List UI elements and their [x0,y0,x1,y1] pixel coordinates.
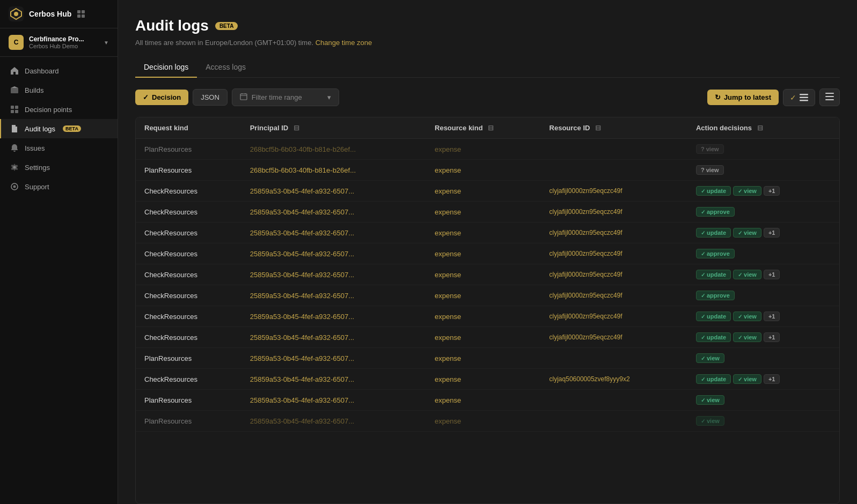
table-row[interactable]: PlanResources25859a53-0b45-4fef-a932-650… [136,390,839,411]
table-row[interactable]: PlanResources25859a53-0b45-4fef-a932-650… [136,411,839,432]
cell-action-decisions: ✓ update✓ view+1 [687,181,839,202]
action-badge: ✓ update [696,270,731,279]
action-badge: ✓ update [696,228,731,238]
sidebar-item-label: Decision points [25,106,72,114]
action-badge: ✓ update [696,186,731,196]
cell-resource-id: clyjafijl0000zn95eqczc49f [541,223,687,243]
svg-rect-9 [15,106,18,109]
decision-button[interactable]: ✓ Decision [135,90,188,105]
cell-request-kind: CheckResources [136,243,241,264]
svg-rect-20 [825,96,834,97]
cell-principal-id: 25859a53-0b45-4fef-a932-6507... [241,306,426,327]
table-row[interactable]: CheckResources25859a53-0b45-4fef-a932-65… [136,223,839,243]
cell-resource-id: clyjafijl0000zn95eqczc49f [541,306,687,327]
cell-resource-kind: expense [426,348,541,369]
page-title: Audit logs [135,17,209,34]
action-badge: ✓ view [696,416,724,426]
table-header-row: Request kind Principal ID ⊟ Resource kin… [136,117,839,139]
cell-request-kind: CheckResources [136,369,241,390]
cell-resource-id: clyjafijl0000zn95eqczc49f [541,285,687,306]
org-name: Cerbfinance Pro... [29,35,93,43]
view-toggle-button[interactable]: ✓ [783,89,815,106]
org-switcher[interactable]: C Cerbfinance Pro... Cerbos Hub Demo ▼ [0,28,118,57]
check-icon: ✓ [790,93,796,102]
sidebar-item-support[interactable]: Support [0,177,118,196]
table-row[interactable]: PlanResources25859a53-0b45-4fef-a932-650… [136,348,839,369]
action-badge: ✓ view [733,312,761,321]
bell-icon [10,143,19,153]
cell-principal-id: 25859a53-0b45-4fef-a932-6507... [241,202,426,223]
calendar-icon [240,93,247,102]
cell-resource-id: clyjafijl0000zn95eqczc49f [541,264,687,285]
sidebar-item-issues[interactable]: Issues [0,138,118,158]
svg-rect-10 [11,110,14,113]
table-row[interactable]: CheckResources25859a53-0b45-4fef-a932-65… [136,181,839,202]
sidebar-item-decision-points[interactable]: Decision points [0,100,118,119]
cell-action-decisions: ✓ view [687,348,839,369]
time-filter[interactable]: Filter time range ▾ [232,88,339,106]
col-resource-kind: Resource kind ⊟ [426,117,541,139]
cell-action-decisions: ✓ update✓ view+1 [687,264,839,285]
action-badge: +1 [764,332,780,342]
cell-action-decisions: ✓ update✓ view+1 [687,306,839,327]
cell-resource-id [541,348,687,369]
cell-resource-id: clyjafijl0000zn95eqczc49f [541,327,687,348]
table-row[interactable]: CheckResources25859a53-0b45-4fef-a932-65… [136,202,839,223]
action-badge: ✓ view [733,332,761,342]
cell-request-kind: PlanResources [136,348,241,369]
filter-icon[interactable]: ⊟ [757,124,763,132]
home-icon [10,66,19,76]
sidebar-item-dashboard[interactable]: Dashboard [0,61,118,80]
table-row[interactable]: CheckResources25859a53-0b45-4fef-a932-65… [136,306,839,327]
table-row[interactable]: CheckResources25859a53-0b45-4fef-a932-65… [136,264,839,285]
svg-rect-11 [15,110,18,113]
action-badge: ✓ view [733,374,761,384]
table-row[interactable]: CheckResources25859a53-0b45-4fef-a932-65… [136,285,839,306]
main-area: Audit logs BETA All times are shown in E… [118,0,857,504]
cell-resource-id [541,139,687,160]
cell-action-decisions: ? view [687,139,839,160]
table-row[interactable]: PlanResources268bcf5b-6b03-40fb-b81e-b26… [136,160,839,181]
filter-icon[interactable]: ⊟ [595,124,601,132]
svg-rect-7 [11,88,18,93]
jump-to-latest-button[interactable]: ↻ Jump to latest [707,90,779,105]
action-badge: ✓ update [696,332,731,342]
cell-resource-kind: expense [426,223,541,243]
cell-request-kind: PlanResources [136,390,241,411]
col-resource-id: Resource ID ⊟ [541,117,687,139]
filter-icon[interactable]: ⊟ [294,124,299,132]
table-row[interactable]: CheckResources25859a53-0b45-4fef-a932-65… [136,369,839,390]
filter-icon[interactable]: ⊟ [488,124,494,132]
page-header: Audit logs BETA [135,17,840,34]
cell-resource-id [541,160,687,181]
action-badge: ✓ update [696,374,731,384]
sidebar-item-audit-logs[interactable]: Audit logs BETA [0,119,118,138]
change-timezone-link[interactable]: Change time zone [316,39,372,47]
sidebar: Cerbos Hub C Cerbfinance Pro... Cerbos H… [0,0,118,504]
table-row[interactable]: CheckResources25859a53-0b45-4fef-a932-65… [136,327,839,348]
table-row[interactable]: PlanResources268bcf5b-6b03-40fb-b81e-b26… [136,139,839,160]
svg-rect-16 [800,94,808,95]
sidebar-item-builds[interactable]: Builds [0,80,118,100]
timezone-notice: All times are shown in Europe/London (GM… [135,39,840,47]
check-icon: ✓ [143,93,149,101]
action-badge: ✓ update [696,312,731,321]
svg-rect-8 [11,106,14,109]
json-button[interactable]: JSON [193,89,228,106]
tab-decision-logs[interactable]: Decision logs [135,57,197,78]
cell-principal-id: 268bcf5b-6b03-40fb-b81e-b26ef... [241,139,426,160]
svg-rect-15 [240,94,247,100]
cell-resource-kind: expense [426,285,541,306]
audit-logs-table: Request kind Principal ID ⊟ Resource kin… [135,117,840,504]
tab-access-logs[interactable]: Access logs [197,57,254,78]
svg-rect-21 [825,99,834,100]
more-menu-button[interactable] [819,88,840,106]
table-row[interactable]: CheckResources25859a53-0b45-4fef-a932-65… [136,243,839,264]
cell-resource-kind: expense [426,139,541,160]
action-badge: ✓ view [696,353,724,363]
sidebar-item-settings[interactable]: Settings [0,158,118,177]
cell-principal-id: 25859a53-0b45-4fef-a932-6507... [241,264,426,285]
main-nav: Dashboard Builds Decision points Audit l… [0,57,118,504]
cell-request-kind: CheckResources [136,327,241,348]
svg-rect-4 [82,10,85,13]
